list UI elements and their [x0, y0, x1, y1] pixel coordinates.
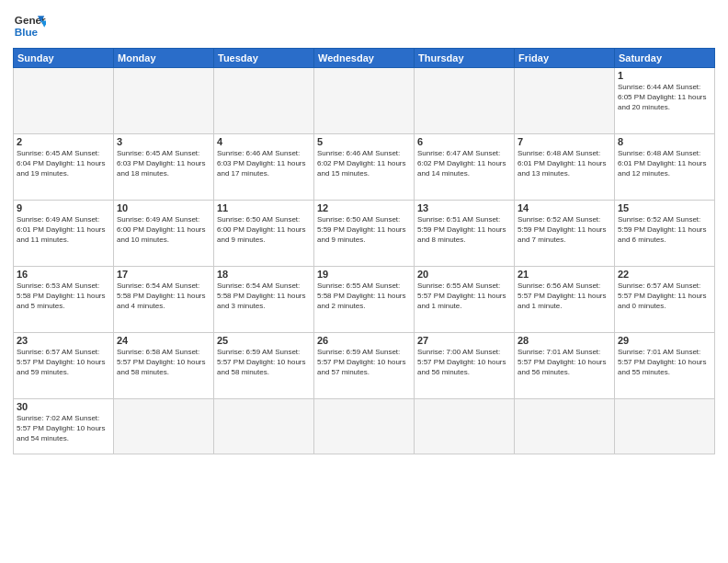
- day-info: Sunrise: 6:52 AM Sunset: 5:59 PM Dayligh…: [518, 214, 611, 246]
- day-cell: 29Sunrise: 7:01 AM Sunset: 5:57 PM Dayli…: [615, 333, 715, 399]
- day-cell: 14Sunrise: 6:52 AM Sunset: 5:59 PM Dayli…: [515, 201, 615, 267]
- day-cell: [314, 399, 415, 454]
- day-cell: [415, 399, 515, 454]
- day-info: Sunrise: 7:01 AM Sunset: 5:57 PM Dayligh…: [618, 347, 711, 378]
- day-cell: 16Sunrise: 6:53 AM Sunset: 5:58 PM Dayli…: [14, 267, 114, 333]
- day-info: Sunrise: 6:48 AM Sunset: 6:01 PM Dayligh…: [618, 148, 711, 179]
- day-info: Sunrise: 6:58 AM Sunset: 5:57 PM Dayligh…: [117, 347, 210, 378]
- calendar: SundayMondayTuesdayWednesdayThursdayFrid…: [13, 48, 715, 454]
- day-info: Sunrise: 6:45 AM Sunset: 6:03 PM Dayligh…: [117, 148, 210, 179]
- day-cell: 30Sunrise: 7:02 AM Sunset: 5:57 PM Dayli…: [14, 399, 114, 454]
- day-number: 19: [317, 269, 411, 280]
- day-info: Sunrise: 6:48 AM Sunset: 6:01 PM Dayligh…: [518, 148, 611, 179]
- day-info: Sunrise: 6:55 AM Sunset: 5:57 PM Dayligh…: [417, 281, 511, 312]
- day-info: Sunrise: 6:46 AM Sunset: 6:03 PM Dayligh…: [217, 148, 311, 179]
- day-number: 18: [217, 269, 311, 280]
- day-number: 16: [17, 269, 110, 280]
- weekday-header-row: SundayMondayTuesdayWednesdayThursdayFrid…: [14, 49, 715, 68]
- day-info: Sunrise: 6:55 AM Sunset: 5:58 PM Dayligh…: [317, 281, 411, 312]
- day-cell: 13Sunrise: 6:51 AM Sunset: 5:59 PM Dayli…: [415, 201, 515, 267]
- day-cell: 20Sunrise: 6:55 AM Sunset: 5:57 PM Dayli…: [415, 267, 515, 333]
- day-info: Sunrise: 6:59 AM Sunset: 5:57 PM Dayligh…: [217, 347, 311, 378]
- day-info: Sunrise: 6:57 AM Sunset: 5:57 PM Dayligh…: [17, 347, 110, 378]
- header: General Blue: [13, 9, 715, 42]
- day-number: 11: [217, 202, 311, 213]
- day-number: 27: [417, 335, 511, 346]
- day-info: Sunrise: 6:51 AM Sunset: 5:59 PM Dayligh…: [417, 214, 511, 246]
- day-info: Sunrise: 6:59 AM Sunset: 5:57 PM Dayligh…: [317, 347, 411, 378]
- week-row-0: 1Sunrise: 6:44 AM Sunset: 6:05 PM Daylig…: [14, 68, 715, 134]
- week-row-5: 30Sunrise: 7:02 AM Sunset: 5:57 PM Dayli…: [14, 399, 715, 454]
- day-info: Sunrise: 6:49 AM Sunset: 6:00 PM Dayligh…: [117, 214, 210, 246]
- day-cell: [314, 68, 415, 134]
- weekday-header-wednesday: Wednesday: [314, 49, 415, 68]
- weekday-header-thursday: Thursday: [415, 49, 515, 68]
- logo-icon: General Blue: [13, 9, 46, 42]
- day-info: Sunrise: 6:53 AM Sunset: 5:58 PM Dayligh…: [17, 281, 110, 312]
- day-number: 4: [217, 136, 311, 147]
- day-cell: 24Sunrise: 6:58 AM Sunset: 5:57 PM Dayli…: [114, 333, 214, 399]
- weekday-header-monday: Monday: [114, 49, 214, 68]
- day-cell: 21Sunrise: 6:56 AM Sunset: 5:57 PM Dayli…: [515, 267, 615, 333]
- week-row-2: 9Sunrise: 6:49 AM Sunset: 6:01 PM Daylig…: [14, 201, 715, 267]
- day-info: Sunrise: 6:50 AM Sunset: 5:59 PM Dayligh…: [317, 214, 411, 246]
- day-info: Sunrise: 7:01 AM Sunset: 5:57 PM Dayligh…: [518, 347, 611, 378]
- day-cell: 6Sunrise: 6:47 AM Sunset: 6:02 PM Daylig…: [415, 134, 515, 201]
- day-cell: 3Sunrise: 6:45 AM Sunset: 6:03 PM Daylig…: [114, 134, 214, 201]
- day-info: Sunrise: 6:45 AM Sunset: 6:04 PM Dayligh…: [17, 148, 110, 179]
- day-number: 26: [317, 335, 411, 346]
- day-cell: 8Sunrise: 6:48 AM Sunset: 6:01 PM Daylig…: [615, 134, 715, 201]
- day-cell: [615, 399, 715, 454]
- day-cell: 15Sunrise: 6:52 AM Sunset: 5:59 PM Dayli…: [615, 201, 715, 267]
- day-number: 6: [417, 136, 511, 147]
- day-info: Sunrise: 6:44 AM Sunset: 6:05 PM Dayligh…: [618, 82, 711, 113]
- day-info: Sunrise: 7:00 AM Sunset: 5:57 PM Dayligh…: [417, 347, 511, 378]
- week-row-3: 16Sunrise: 6:53 AM Sunset: 5:58 PM Dayli…: [14, 267, 715, 333]
- day-cell: 5Sunrise: 6:46 AM Sunset: 6:02 PM Daylig…: [314, 134, 415, 201]
- day-cell: 27Sunrise: 7:00 AM Sunset: 5:57 PM Dayli…: [415, 333, 515, 399]
- day-number: 2: [17, 136, 110, 147]
- day-info: Sunrise: 6:52 AM Sunset: 5:59 PM Dayligh…: [618, 214, 711, 246]
- day-number: 28: [518, 335, 611, 346]
- day-cell: [14, 68, 114, 134]
- day-number: 1: [618, 70, 711, 81]
- weekday-header-sunday: Sunday: [14, 49, 114, 68]
- day-number: 29: [618, 335, 711, 346]
- day-cell: 12Sunrise: 6:50 AM Sunset: 5:59 PM Dayli…: [314, 201, 415, 267]
- day-cell: [214, 399, 314, 454]
- day-number: 20: [417, 269, 511, 280]
- day-cell: 25Sunrise: 6:59 AM Sunset: 5:57 PM Dayli…: [214, 333, 314, 399]
- day-info: Sunrise: 6:46 AM Sunset: 6:02 PM Dayligh…: [317, 148, 411, 179]
- day-cell: 22Sunrise: 6:57 AM Sunset: 5:57 PM Dayli…: [615, 267, 715, 333]
- day-info: Sunrise: 6:49 AM Sunset: 6:01 PM Dayligh…: [17, 214, 110, 246]
- weekday-header-saturday: Saturday: [615, 49, 715, 68]
- day-cell: 26Sunrise: 6:59 AM Sunset: 5:57 PM Dayli…: [314, 333, 415, 399]
- day-number: 30: [17, 401, 110, 412]
- day-info: Sunrise: 6:47 AM Sunset: 6:02 PM Dayligh…: [417, 148, 511, 179]
- day-number: 5: [317, 136, 411, 147]
- day-cell: 4Sunrise: 6:46 AM Sunset: 6:03 PM Daylig…: [214, 134, 314, 201]
- day-number: 21: [518, 269, 611, 280]
- day-number: 23: [17, 335, 110, 346]
- day-cell: 19Sunrise: 6:55 AM Sunset: 5:58 PM Dayli…: [314, 267, 415, 333]
- day-cell: 9Sunrise: 6:49 AM Sunset: 6:01 PM Daylig…: [14, 201, 114, 267]
- page: General Blue SundayMondayTuesdayWednesda…: [0, 0, 728, 563]
- weekday-header-friday: Friday: [515, 49, 615, 68]
- day-number: 9: [17, 202, 110, 213]
- day-number: 8: [618, 136, 711, 147]
- day-info: Sunrise: 6:56 AM Sunset: 5:57 PM Dayligh…: [518, 281, 611, 312]
- day-info: Sunrise: 6:50 AM Sunset: 6:00 PM Dayligh…: [217, 214, 311, 246]
- day-cell: 18Sunrise: 6:54 AM Sunset: 5:58 PM Dayli…: [214, 267, 314, 333]
- day-cell: [515, 399, 615, 454]
- day-info: Sunrise: 6:54 AM Sunset: 5:58 PM Dayligh…: [117, 281, 210, 312]
- day-cell: [515, 68, 615, 134]
- day-number: 25: [217, 335, 311, 346]
- day-cell: [415, 68, 515, 134]
- day-number: 3: [117, 136, 210, 147]
- day-info: Sunrise: 6:54 AM Sunset: 5:58 PM Dayligh…: [217, 281, 311, 312]
- day-cell: [114, 68, 214, 134]
- day-cell: [114, 399, 214, 454]
- day-number: 13: [417, 202, 511, 213]
- day-cell: [214, 68, 314, 134]
- week-row-1: 2Sunrise: 6:45 AM Sunset: 6:04 PM Daylig…: [14, 134, 715, 201]
